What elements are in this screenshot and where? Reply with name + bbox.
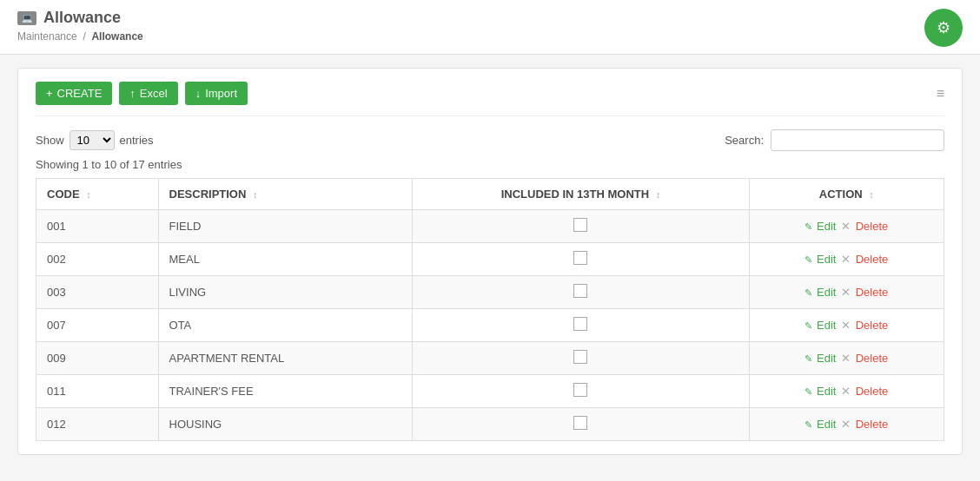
action-sep: ✕ <box>841 352 854 365</box>
checkbox[interactable] <box>573 383 587 397</box>
cell-code: 011 <box>36 375 159 408</box>
create-label: CREATE <box>57 87 103 100</box>
data-table: CODE ↕ DESCRIPTION ↕ INCLUDED IN 13TH MO… <box>36 178 944 441</box>
edit-link[interactable]: ✎ Edit <box>805 220 839 233</box>
entries-label: entries <box>120 134 154 147</box>
main-content: + CREATE ↑ Excel ↓ Import ≡ Show 10 25 5… <box>17 68 963 455</box>
header-bar: 💻 Allowance Maintenance / Allowance ⚙ <box>0 0 980 55</box>
checkbox[interactable] <box>573 317 587 331</box>
delete-link[interactable]: Delete <box>856 385 889 398</box>
excel-button[interactable]: ↑ Excel <box>119 82 177 105</box>
sort-icon-code[interactable]: ↕ <box>86 189 91 200</box>
show-entries: Show 10 25 50 100 entries <box>36 130 154 150</box>
table-row: 009APARTMENT RENTAL ✎ Edit ✕ Delete <box>36 342 944 375</box>
cell-code: 003 <box>36 276 159 309</box>
sort-icon-included[interactable]: ↕ <box>656 189 661 200</box>
page-title: 💻 Allowance <box>17 9 143 27</box>
cell-included <box>413 243 749 276</box>
cell-description: MEAL <box>158 243 413 276</box>
delete-link[interactable]: Delete <box>856 418 889 431</box>
cell-code: 009 <box>36 342 159 375</box>
table-row: 001FIELD ✎ Edit ✕ Delete <box>36 210 944 243</box>
delete-link[interactable]: Delete <box>856 253 889 266</box>
entries-select[interactable]: 10 25 50 100 <box>70 130 115 150</box>
header-row: CODE ↕ DESCRIPTION ↕ INCLUDED IN 13TH MO… <box>36 179 944 210</box>
toolbar-left: + CREATE ↑ Excel ↓ Import <box>36 82 248 105</box>
cell-description: TRAINER'S FEE <box>158 375 413 408</box>
cell-action: ✎ Edit ✕ Delete <box>749 342 944 375</box>
cell-code: 002 <box>36 243 159 276</box>
cell-action: ✎ Edit ✕ Delete <box>749 276 944 309</box>
cell-included <box>413 375 749 408</box>
plus-icon: + <box>46 87 53 100</box>
checkbox[interactable] <box>573 251 587 265</box>
delete-link[interactable]: Delete <box>856 286 889 299</box>
cell-action: ✎ Edit ✕ Delete <box>749 243 944 276</box>
checkbox[interactable] <box>573 416 587 430</box>
import-button[interactable]: ↓ Import <box>185 82 248 105</box>
cell-description: OTA <box>158 309 413 342</box>
edit-link[interactable]: ✎ Edit <box>805 418 839 431</box>
cell-code: 007 <box>36 309 159 342</box>
import-label: Import <box>205 87 237 100</box>
show-label: Show <box>36 134 64 147</box>
table-header: CODE ↕ DESCRIPTION ↕ INCLUDED IN 13TH MO… <box>36 179 944 210</box>
action-sep: ✕ <box>841 385 854 398</box>
edit-link[interactable]: ✎ Edit <box>805 319 839 332</box>
edit-icon: ✎ <box>805 353 812 364</box>
edit-icon: ✎ <box>805 287 812 298</box>
table-body: 001FIELD ✎ Edit ✕ Delete 002MEAL ✎ Edit … <box>36 210 944 441</box>
create-button[interactable]: + CREATE <box>36 82 112 105</box>
edit-icon: ✎ <box>805 254 812 265</box>
table-row: 002MEAL ✎ Edit ✕ Delete <box>36 243 944 276</box>
datatable-controls: Show 10 25 50 100 entries Search: <box>36 129 944 151</box>
checkbox[interactable] <box>573 350 587 364</box>
breadcrumb-current: Allowance <box>91 30 142 43</box>
cell-description: FIELD <box>158 210 413 243</box>
cell-action: ✎ Edit ✕ Delete <box>749 375 944 408</box>
cell-description: HOUSING <box>158 408 413 441</box>
edit-link[interactable]: ✎ Edit <box>805 352 839 365</box>
search-label: Search: <box>725 134 764 147</box>
cell-code: 001 <box>36 210 159 243</box>
cell-description: APARTMENT RENTAL <box>158 342 413 375</box>
excel-icon: ↑ <box>129 87 136 100</box>
search-box: Search: <box>725 129 944 151</box>
cell-included <box>413 210 749 243</box>
col-action: ACTION ↕ <box>749 179 944 210</box>
col-included: INCLUDED IN 13TH MONTH ↕ <box>413 179 749 210</box>
action-sep: ✕ <box>841 418 854 431</box>
menu-icon: ≡ <box>937 86 944 102</box>
showing-info: Showing 1 to 10 of 17 entries <box>36 158 944 171</box>
edit-link[interactable]: ✎ Edit <box>805 385 839 398</box>
checkbox[interactable] <box>573 218 587 232</box>
action-sep: ✕ <box>841 286 854 299</box>
col-code: CODE ↕ <box>36 179 159 210</box>
gear-button[interactable]: ⚙ <box>924 9 963 47</box>
delete-link[interactable]: Delete <box>856 319 889 332</box>
col-description: DESCRIPTION ↕ <box>158 179 413 210</box>
edit-icon: ✎ <box>805 386 812 397</box>
title-icon: 💻 <box>17 11 36 25</box>
delete-link[interactable]: Delete <box>856 352 889 365</box>
edit-link[interactable]: ✎ Edit <box>805 286 839 299</box>
breadcrumb: Maintenance / Allowance <box>17 30 143 43</box>
action-sep: ✕ <box>841 319 854 332</box>
cell-action: ✎ Edit ✕ Delete <box>749 408 944 441</box>
action-sep: ✕ <box>841 220 854 233</box>
import-icon: ↓ <box>195 87 202 100</box>
edit-icon: ✎ <box>805 221 812 232</box>
page-title-text: Allowance <box>43 9 121 27</box>
breadcrumb-parent[interactable]: Maintenance <box>17 30 77 43</box>
action-sep: ✕ <box>841 253 854 266</box>
sort-icon-desc[interactable]: ↕ <box>253 189 258 200</box>
sort-icon-action[interactable]: ↕ <box>869 189 874 200</box>
table-row: 012HOUSING ✎ Edit ✕ Delete <box>36 408 944 441</box>
checkbox[interactable] <box>573 284 587 298</box>
edit-link[interactable]: ✎ Edit <box>805 253 839 266</box>
cell-included <box>413 342 749 375</box>
delete-link[interactable]: Delete <box>856 220 889 233</box>
search-input[interactable] <box>771 129 944 151</box>
toolbar: + CREATE ↑ Excel ↓ Import ≡ <box>36 82 944 116</box>
cell-description: LIVING <box>158 276 413 309</box>
